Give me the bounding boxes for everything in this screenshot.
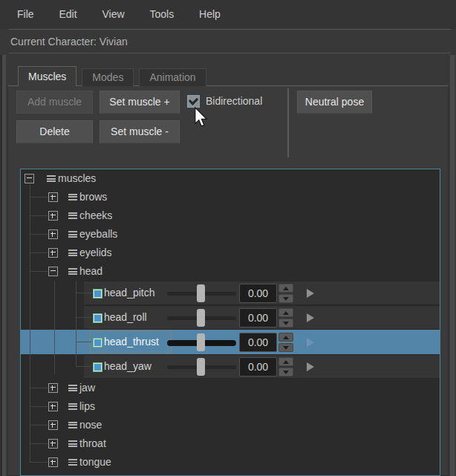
tree-item-cheeks[interactable]: cheeks: [21, 206, 440, 225]
expand-arrow-icon[interactable]: [307, 313, 314, 322]
spin-down-icon[interactable]: [279, 343, 293, 352]
expand-arrow-icon[interactable]: [307, 289, 314, 298]
drag-handle-icon[interactable]: [68, 440, 77, 447]
tab-modes[interactable]: Modes: [82, 68, 134, 86]
spin-up-icon[interactable]: [279, 357, 293, 366]
muscle-cell: head_yaw 0.00: [84, 354, 440, 379]
muscle-value-field[interactable]: 0.00: [239, 284, 277, 303]
add-muscle-button[interactable]: Add muscle: [16, 91, 93, 114]
expand-icon[interactable]: [48, 439, 58, 449]
drag-handle-icon[interactable]: [68, 403, 77, 410]
muscle-name-label: head_pitch: [104, 281, 155, 304]
muscle-enabled-checkbox[interactable]: [93, 362, 102, 372]
drag-handle-icon[interactable]: [68, 422, 77, 428]
expand-icon[interactable]: [48, 229, 58, 239]
expand-icon[interactable]: [48, 211, 58, 221]
menu-view[interactable]: View: [91, 0, 135, 29]
toolbar-separator: [287, 88, 289, 157]
menu-edit[interactable]: Edit: [48, 0, 88, 29]
collapse-icon[interactable]: [25, 174, 34, 183]
expand-arrow-icon[interactable]: [307, 362, 314, 371]
slider-handle[interactable]: [197, 358, 205, 376]
tree-item-nose[interactable]: nose: [21, 416, 440, 434]
muscle-value-field[interactable]: 0.00: [239, 333, 277, 352]
spin-buttons: [279, 308, 293, 327]
tree-item-muscles[interactable]: muscles: [21, 169, 440, 188]
drag-handle-icon[interactable]: [68, 385, 77, 391]
tree-item-label: jaw: [79, 379, 95, 397]
tree-item-label: muscles: [58, 169, 96, 188]
spin-down-icon[interactable]: [279, 368, 293, 376]
drag-handle-icon[interactable]: [68, 250, 77, 256]
muscle-enabled-checkbox[interactable]: [93, 289, 102, 299]
mouse-cursor: [195, 107, 208, 127]
muscle-name-label: head_roll: [104, 306, 147, 329]
spin-buttons: [279, 284, 293, 303]
expand-icon[interactable]: [48, 457, 58, 467]
slider-handle[interactable]: [197, 333, 205, 351]
drag-handle-icon[interactable]: [47, 175, 56, 182]
muscle-enabled-checkbox[interactable]: [93, 338, 102, 348]
menu-tools[interactable]: Tools: [138, 0, 185, 29]
tree-item-eyelids[interactable]: eyelids: [21, 244, 440, 262]
spin-down-icon[interactable]: [279, 294, 293, 303]
drag-handle-icon[interactable]: [68, 231, 77, 238]
tree-item-label: tongue: [79, 453, 111, 472]
tree-item-label: eyeballs: [79, 225, 117, 244]
muscle-tree[interactable]: muscles brows cheeks eyeballs eyelids he…: [20, 169, 440, 476]
muscle-value-field[interactable]: 0.00: [239, 308, 277, 327]
slider-handle[interactable]: [197, 284, 205, 302]
muscle-cell: head_pitch 0.00: [84, 281, 440, 305]
drag-handle-icon[interactable]: [68, 268, 77, 275]
expand-icon[interactable]: [48, 383, 58, 393]
tree-item-tongue[interactable]: tongue: [21, 453, 440, 472]
tree-item-throat[interactable]: throat: [21, 434, 440, 453]
spin-down-icon[interactable]: [279, 319, 293, 327]
tree-item-label: brows: [79, 188, 107, 206]
muscle-name-label: head_thrust: [104, 330, 159, 353]
tab-animation[interactable]: Animation: [139, 68, 206, 86]
tree-item-head[interactable]: head: [21, 262, 440, 281]
spin-up-icon[interactable]: [279, 284, 293, 293]
tree-item-label: eyelids: [79, 244, 112, 262]
menu-help[interactable]: Help: [188, 0, 232, 29]
tree-item-label: head: [79, 262, 102, 281]
expand-icon[interactable]: [48, 192, 58, 202]
tree-item-jaw[interactable]: jaw: [21, 379, 440, 397]
muscle-cell: head_thrust 0.00: [84, 330, 440, 354]
delete-button[interactable]: Delete: [16, 120, 93, 143]
muscle-value-field[interactable]: 0.00: [239, 357, 277, 376]
spin-up-icon[interactable]: [279, 308, 293, 317]
tree-item-label: throat: [79, 434, 106, 453]
drag-handle-icon[interactable]: [68, 212, 77, 219]
expand-icon[interactable]: [48, 248, 58, 258]
menu-bar: File Edit View Tools Help: [0, 0, 456, 29]
spin-up-icon[interactable]: [279, 333, 293, 342]
tab-bar: Muscles Modes Animation: [18, 66, 212, 86]
bidirectional-checkbox[interactable]: [187, 95, 200, 108]
slider-handle[interactable]: [197, 309, 205, 327]
tree-item-label: nose: [79, 416, 102, 434]
menu-separator: [9, 29, 451, 30]
menu-file[interactable]: File: [6, 0, 45, 29]
muscle-cell: head_roll 0.00: [84, 305, 440, 330]
tree-item-lips[interactable]: lips: [21, 397, 440, 416]
drag-handle-icon[interactable]: [68, 459, 77, 466]
tab-muscles[interactable]: Muscles: [18, 66, 76, 86]
drag-handle-icon[interactable]: [68, 194, 77, 200]
set-muscle-minus-button[interactable]: Set muscle -: [100, 120, 180, 143]
collapse-icon[interactable]: [48, 267, 58, 276]
expand-icon[interactable]: [48, 420, 58, 430]
expand-arrow-icon[interactable]: [307, 338, 314, 347]
window-frame-right: [450, 55, 456, 476]
spin-buttons: [279, 357, 293, 376]
muscle-enabled-checkbox[interactable]: [93, 313, 102, 323]
tree-item-eyeballs[interactable]: eyeballs: [21, 225, 440, 244]
muscle-name-label: head_yaw: [104, 355, 152, 378]
neutral-pose-button[interactable]: Neutral pose: [297, 91, 372, 114]
spin-buttons: [279, 333, 293, 352]
expand-icon[interactable]: [48, 402, 58, 411]
set-muscle-plus-button[interactable]: Set muscle +: [100, 91, 180, 114]
tree-item-label: lips: [79, 397, 95, 416]
tree-item-brows[interactable]: brows: [21, 188, 440, 206]
